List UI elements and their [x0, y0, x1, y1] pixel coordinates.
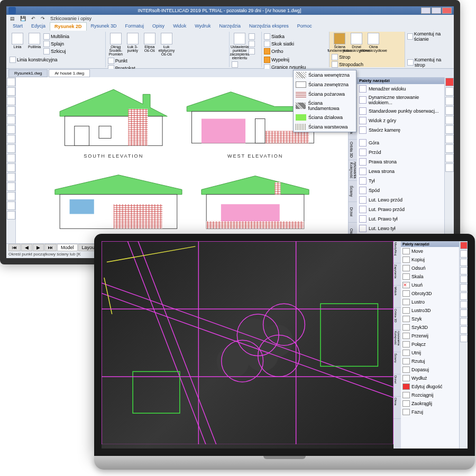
rtool-icon[interactable]	[460, 292, 468, 300]
rtool-icon[interactable]	[445, 163, 454, 172]
rtool-icon[interactable]	[445, 116, 454, 124]
rtool-icon[interactable]	[460, 259, 468, 266]
panel-tab[interactable]: Ściany	[393, 352, 401, 374]
ltool-icon[interactable]	[7, 154, 15, 162]
ltool-icon[interactable]	[7, 192, 15, 200]
tool-strop[interactable]: Strop	[332, 53, 363, 61]
ltool-icon[interactable]	[7, 87, 15, 96]
tool-polacz[interactable]: Połącz	[401, 340, 459, 349]
view-item[interactable]: Stwórz kamerę	[357, 125, 444, 135]
wall-option[interactable]: Ściana zewnętrzna	[294, 80, 356, 89]
qat-icon[interactable]: ↷	[39, 16, 47, 21]
stdview-item[interactable]: Góra	[357, 138, 444, 148]
rtool-icon[interactable]	[445, 87, 454, 96]
tool-lustro[interactable]: Lustro	[401, 298, 459, 306]
tool-rozciagnij[interactable]: Rozciągnij	[401, 391, 459, 399]
wall-option[interactable]: Ściana wewnętrzna	[294, 70, 356, 80]
stdview-item[interactable]: Przód	[357, 148, 444, 157]
rtool-icon[interactable]	[445, 78, 454, 86]
ltool-icon[interactable]	[7, 202, 15, 210]
rtool-icon[interactable]	[460, 250, 468, 258]
tool-skala[interactable]: Skala	[401, 272, 459, 281]
tool-punkt[interactable]: Punkt	[108, 57, 179, 65]
nav-next[interactable]: ▶	[33, 244, 44, 251]
tool-kopiuj[interactable]: Kopiuj	[401, 255, 459, 264]
tool-luk[interactable]: Łuk 3-punkty	[125, 33, 141, 52]
rtool-icon[interactable]	[445, 97, 454, 105]
rtool-icon[interactable]	[460, 301, 468, 308]
document-tab[interactable]: Ar house 1.dwg	[49, 69, 90, 77]
tool-okna[interactable]: Okna jednoskrzydłowe	[365, 33, 381, 52]
map-canvas[interactable]	[102, 241, 393, 448]
tool-edytuj-dlugosc[interactable]: Edytuj długość	[401, 382, 459, 391]
tool-luk-eliptyczny[interactable]: Łuk eliptyczny Oś-Oś	[159, 33, 175, 56]
maximize-button[interactable]	[432, 7, 441, 14]
menu-pomoc[interactable]: Pomoc	[293, 22, 316, 31]
tool-move[interactable]: Move	[401, 247, 459, 255]
view-item[interactable]: Dynamiczne sterowanie widokiem...	[357, 94, 444, 106]
view-item[interactable]: Menadżer widoku	[357, 84, 444, 94]
tool-przerwij[interactable]: Przerwij	[401, 332, 459, 340]
stdview-item[interactable]: Lut. Lewo przód	[357, 195, 444, 205]
rtool-icon[interactable]	[460, 242, 468, 249]
rtool-icon[interactable]	[460, 276, 468, 283]
tool-lustro3d[interactable]: Lustro3D	[401, 306, 459, 315]
tool-obroty3d[interactable]: Obroty3D	[401, 289, 459, 298]
rtool-icon[interactable]	[460, 318, 468, 325]
ltool-icon[interactable]	[7, 116, 15, 124]
toggle-skok-siatki[interactable]: Skok siatki	[264, 40, 294, 48]
panel-tab[interactable]: Kolejność rysowania	[349, 160, 357, 181]
tool-utnij[interactable]: Utnij	[401, 349, 459, 357]
document-tab[interactable]: Rysunek1.dwg	[8, 69, 48, 77]
tool-szyk[interactable]: Szyk	[401, 315, 459, 323]
wall-option[interactable]: Ściana warstwowa	[294, 122, 356, 132]
ltool-icon[interactable]	[7, 182, 15, 191]
rtool-icon[interactable]	[445, 144, 454, 153]
tool-dopasuj[interactable]: Dopasuj	[401, 365, 459, 374]
tool-okrag[interactable]: Okrąg Środek-Promień	[108, 33, 124, 56]
stdview-item[interactable]: Prawa strona	[357, 157, 444, 167]
stdview-item[interactable]: Spód	[357, 186, 444, 195]
panel-tab[interactable]: Modyfikuj	[393, 241, 401, 263]
menu-formatuj[interactable]: Formatuj	[121, 22, 149, 31]
nav-prev[interactable]: ◀	[21, 244, 32, 251]
ltool-icon[interactable]	[7, 173, 15, 181]
stdview-item[interactable]: Lut. Lewo tył	[357, 224, 444, 233]
menu-widok[interactable]: Widok	[169, 22, 190, 31]
ltool-icon[interactable]	[7, 135, 15, 143]
nav-first[interactable]: ⏮	[8, 244, 21, 251]
panel-tab[interactable]: Orbita 3D	[393, 308, 401, 330]
stdview-item[interactable]: Lut. Prawo tył	[357, 214, 444, 224]
rtool-icon[interactable]	[445, 135, 454, 143]
view-item[interactable]: Standardowe punkty obserwacj...	[357, 106, 444, 116]
menu-rysunek-3d[interactable]: Rysunek 3D	[87, 22, 121, 31]
rtool-icon[interactable]	[460, 284, 468, 291]
rtool-icon[interactable]	[460, 335, 468, 342]
tool-szkicuj[interactable]: Szkicuj	[43, 48, 69, 55]
tool-usun[interactable]: ✕Usuń	[401, 281, 459, 289]
tool-polilinia[interactable]: Polilinia	[26, 33, 42, 49]
tool-fazuj[interactable]: Fazuj	[401, 408, 459, 416]
ltool-icon[interactable]	[7, 125, 15, 134]
toggle-ortho[interactable]: Ortho	[264, 48, 294, 55]
tool-multilinia[interactable]: Multilinia	[43, 33, 69, 40]
close-button[interactable]	[442, 7, 452, 14]
qat-icon[interactable]: ↶	[30, 16, 37, 21]
qat-icon[interactable]: ▤	[8, 16, 16, 21]
ltool-icon[interactable]	[7, 163, 15, 172]
ltool-icon[interactable]	[7, 78, 15, 86]
panel-tab[interactable]: Widok	[393, 286, 401, 308]
menu-start[interactable]: Start	[8, 22, 27, 31]
layout-tab-model[interactable]: Model	[57, 244, 78, 251]
tool-odsun[interactable]: Odsuń	[401, 264, 459, 272]
panel-tab[interactable]: Zapytania	[393, 263, 401, 286]
panel-tab[interactable]: Drzwi	[349, 202, 357, 223]
ltool-icon[interactable]	[7, 97, 15, 105]
menu-narzedzia[interactable]: Narzędzia	[215, 22, 245, 31]
tool-stropodach[interactable]: Stropodach	[332, 61, 363, 68]
tool-wydluz[interactable]: Wydłuż	[401, 374, 459, 382]
panel-tab[interactable]: Kolejność rysowania	[393, 330, 401, 352]
tool-snap-settings[interactable]: Ustawienia punktów zaczepienia elementu	[232, 33, 248, 60]
tool-zaokraglij[interactable]: Zaokrąglij	[401, 399, 459, 408]
nav-last[interactable]: ⏭	[44, 244, 57, 251]
